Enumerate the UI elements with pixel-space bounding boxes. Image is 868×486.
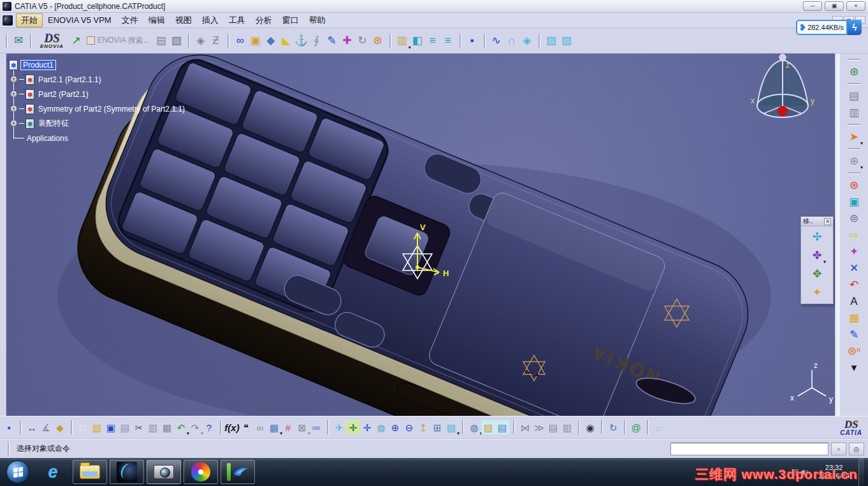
import-star-icon[interactable]: ✦ <box>846 244 862 259</box>
tree-node-label[interactable]: Symmetry of Part2 (Symmetry of Part2.1.1… <box>37 105 186 114</box>
taskbar-catia-button[interactable] <box>110 460 144 484</box>
open-folder-icon[interactable]: ▨ <box>90 420 104 434</box>
tree-node-label[interactable]: Part2.1 (Part2.1.1) <box>37 75 103 84</box>
tree-edit-icon[interactable]: ✎ <box>846 327 862 342</box>
open-body-icon[interactable]: ▥▾ <box>394 33 410 48</box>
taskbar-thunder-button[interactable] <box>221 460 255 484</box>
tree-node-product1[interactable]: ✽ Product1 <box>9 57 186 72</box>
structure-tree-icon[interactable]: ▦ <box>846 310 862 325</box>
tree-node-label[interactable]: Applications <box>25 134 69 143</box>
close-button[interactable]: × <box>846 1 865 11</box>
swap-space-icon[interactable]: ▤ <box>495 420 509 434</box>
menu-view[interactable]: 视图 <box>170 13 197 27</box>
select-arrow-icon[interactable]: ➤▾ <box>846 129 862 144</box>
print-icon[interactable]: ▤ <box>118 420 132 434</box>
tree-node-label[interactable]: Part2 (Part2.1) <box>37 90 90 99</box>
fx-icon[interactable]: f(x) <box>225 420 239 434</box>
taskbar-explorer-button[interactable] <box>73 460 107 484</box>
dock-dot-icon[interactable]: ▪ <box>465 33 480 48</box>
eraser-icon[interactable]: ▱ <box>652 420 666 434</box>
link-icon[interactable]: ∞ <box>253 420 267 434</box>
tree-expand-icon-2[interactable]: ≡ <box>440 33 456 48</box>
menu-help[interactable]: 帮助 <box>304 13 331 27</box>
tree-expander[interactable]: + <box>10 120 17 127</box>
dropdown-arrow[interactable]: ▾ <box>860 140 863 146</box>
fit-all-icon[interactable]: ✛ <box>346 420 360 434</box>
menu-tools[interactable]: 工具 <box>224 13 250 27</box>
doc-gear-transfer-icon[interactable]: ▣ <box>846 194 862 209</box>
tree-node-symmetry-of-part2[interactable]: + ✽ Symmetry of Part2 (Symmetry of Part2… <box>9 101 186 116</box>
drag-item-icon[interactable]: ◈ <box>193 33 208 48</box>
zoom-out-icon[interactable]: ⊖ <box>402 420 416 434</box>
tree-node-assembly-features[interactable]: + ✽ 装配特征 <box>9 116 186 131</box>
lightning-icon[interactable]: ϟ <box>848 20 862 35</box>
menu-insert[interactable]: 插入 <box>197 13 224 27</box>
taskbar-camera-button[interactable] <box>147 460 181 484</box>
tree-expander[interactable]: + <box>10 105 17 112</box>
design-table-icon[interactable]: ▦▾ <box>267 420 281 434</box>
mechanism-gears-icon[interactable]: ⊛ <box>846 177 862 193</box>
gear-pair-icon[interactable]: ⊚ <box>846 210 862 226</box>
dropdown-arrow[interactable]: ▾ <box>823 259 826 265</box>
lock-icon[interactable]: ⊠▾ <box>295 420 309 434</box>
enovia-search-label[interactable]: ENOVIA 搜索... <box>98 35 150 46</box>
minimize-button[interactable]: ─ <box>803 1 822 11</box>
render-style-icon[interactable]: ◍▾ <box>467 420 481 434</box>
paperclip-icon[interactable]: ∮ <box>309 33 324 48</box>
quad-view-icon[interactable]: ⊞ <box>430 420 444 434</box>
restore-button[interactable]: ▣ <box>825 1 844 11</box>
manikin-box-icon[interactable]: ▣ <box>248 33 263 48</box>
play-icon[interactable]: ≫ <box>532 420 546 434</box>
sketch-triangle-icon[interactable]: ◣ <box>278 33 294 48</box>
camera-capture-icon[interactable]: ◉ <box>583 420 597 434</box>
update-icon[interactable]: ↻ <box>355 33 370 48</box>
iso-view-icon[interactable]: ▧▾ <box>444 420 458 434</box>
manipulate-icon[interactable]: ✣ <box>809 229 825 244</box>
web-connect-icon[interactable]: @ <box>629 420 643 434</box>
product-cube-icon[interactable]: ◆ <box>263 33 278 48</box>
taskbar-media-button[interactable] <box>184 460 218 484</box>
tree-expander[interactable]: + <box>10 91 17 98</box>
new-file-icon[interactable]: □ <box>76 420 90 434</box>
tree-expander[interactable]: + <box>10 76 17 83</box>
turntable-icon[interactable]: ↻ <box>606 420 620 434</box>
surface-icon[interactable]: ∩ <box>504 33 519 48</box>
menu-window[interactable]: 窗口 <box>277 13 304 27</box>
report-icon-1[interactable]: ▤ <box>546 420 560 434</box>
gears-options-icon[interactable]: ⊛ <box>370 33 386 48</box>
report-icon-2[interactable]: ▥ <box>560 420 574 434</box>
paste-icon[interactable]: ▦ <box>160 420 174 434</box>
fly-mode-icon[interactable]: ✈ <box>332 420 346 434</box>
component-constraint-icon[interactable]: ✕ <box>846 260 862 276</box>
view-compass[interactable]: z x y <box>751 54 814 117</box>
rotate-icon[interactable]: ◍ <box>374 420 388 434</box>
enovia-open-icon[interactable]: ↗ <box>69 33 84 48</box>
menu-start[interactable]: 开始 <box>16 13 43 27</box>
more-tools-arrow[interactable]: ▾ <box>846 360 862 375</box>
transfer-icon[interactable]: Ƶ <box>208 33 224 48</box>
clipboard-doc-icon-1[interactable]: ▤ <box>846 88 862 103</box>
enovia-book-icon[interactable]: ▧ <box>169 33 184 48</box>
command-expand-button[interactable]: ▫ <box>831 443 846 455</box>
select-cube-icon-2[interactable]: ▨ <box>559 33 574 48</box>
measure-item-icon[interactable]: ∡ <box>39 420 53 434</box>
redo-icon[interactable]: ↷▾ <box>188 420 202 434</box>
curve-icon[interactable]: ∿ <box>489 33 504 48</box>
menu-edit[interactable]: 编辑 <box>143 13 170 27</box>
help-what-icon[interactable]: ? <box>202 420 216 434</box>
gear-pointer-icon[interactable]: ⊕▾ <box>846 153 862 168</box>
enovia-search-checkbox[interactable] <box>87 36 95 45</box>
menu-enovia-v5-vpm[interactable]: ENOVIA V5 VPM <box>43 14 117 26</box>
annotate-window-icon[interactable]: ✎ <box>324 33 340 48</box>
explode-icon[interactable]: ✥ <box>809 266 825 281</box>
tree-node-part2[interactable]: + ✽ Part2 (Part2.1) <box>9 87 186 101</box>
gears-flag-icon[interactable]: ⊛ <box>846 64 862 79</box>
save-icon[interactable]: ▣ <box>104 420 118 434</box>
copy-icon[interactable]: ▥ <box>146 420 160 434</box>
export-arrow-icon[interactable]: ⇨ <box>846 227 862 242</box>
command-input[interactable] <box>670 443 828 455</box>
dropdown-arrow[interactable]: ▾ <box>860 165 863 170</box>
tree-expand-icon-1[interactable]: ≡ <box>425 33 440 48</box>
dropdown-arrow[interactable]: ▾ <box>457 431 459 436</box>
menu-analyze[interactable]: 分析 <box>250 13 277 27</box>
